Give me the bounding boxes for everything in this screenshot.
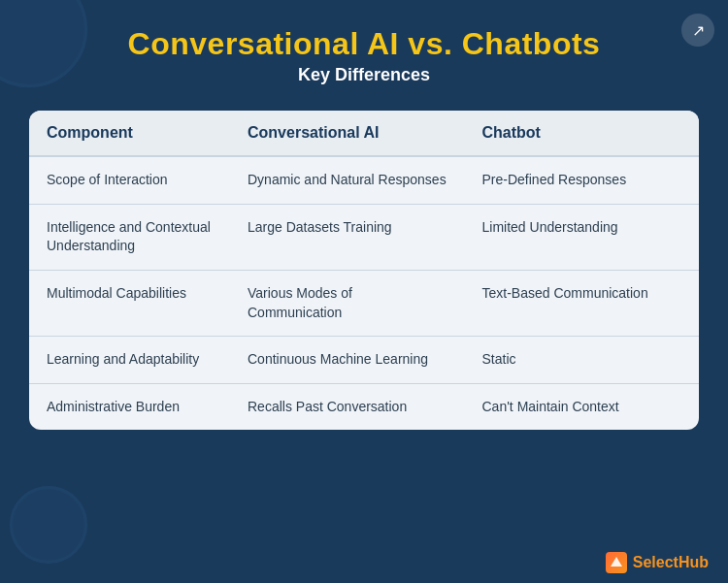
table-row: Multimodal CapabilitiesVarious Modes of … bbox=[29, 270, 699, 336]
table-row: Scope of InteractionDynamic and Natural … bbox=[29, 156, 699, 204]
col-header-ai: Conversational AI bbox=[230, 111, 465, 156]
col-header-chatbot: Chatbot bbox=[465, 111, 700, 156]
cell-chatbot-3: Static bbox=[465, 337, 700, 384]
table-row: Learning and AdaptabilityContinuous Mach… bbox=[29, 337, 699, 384]
cell-chatbot-2: Text-Based Communication bbox=[465, 270, 700, 336]
cell-component-0: Scope of Interaction bbox=[29, 156, 230, 204]
comparison-table: Component Conversational AI Chatbot Scop… bbox=[29, 111, 699, 430]
brand-name: SelectHub bbox=[633, 554, 709, 571]
cell-ai-4: Recalls Past Conversation bbox=[230, 383, 465, 430]
main-title: Conversational AI vs. Chatbots bbox=[19, 27, 709, 61]
header: Conversational AI vs. Chatbots Key Diffe… bbox=[0, 0, 728, 101]
cell-component-1: Intelligence and Contextual Understandin… bbox=[29, 204, 230, 270]
table-header-row: Component Conversational AI Chatbot bbox=[29, 111, 699, 156]
cell-ai-0: Dynamic and Natural Responses bbox=[230, 156, 465, 204]
share-button[interactable]: ↗ bbox=[681, 14, 714, 47]
table-row: Administrative BurdenRecalls Past Conver… bbox=[29, 383, 699, 430]
brand-name-part1: Select bbox=[633, 554, 678, 570]
sub-title: Key Differences bbox=[19, 65, 709, 85]
col-header-component: Component bbox=[29, 111, 230, 156]
share-icon: ↗ bbox=[692, 21, 705, 40]
cell-component-2: Multimodal Capabilities bbox=[29, 270, 230, 336]
cell-ai-3: Continuous Machine Learning bbox=[230, 337, 465, 384]
brand-icon bbox=[606, 552, 627, 573]
brand-footer: SelectHub bbox=[606, 552, 709, 573]
cell-component-4: Administrative Burden bbox=[29, 383, 230, 430]
cell-ai-1: Large Datasets Training bbox=[230, 204, 465, 270]
cell-chatbot-1: Limited Understanding bbox=[465, 204, 700, 270]
table-row: Intelligence and Contextual Understandin… bbox=[29, 204, 699, 270]
cell-chatbot-4: Can't Maintain Context bbox=[465, 383, 700, 430]
brand-name-part2: Hub bbox=[678, 554, 709, 570]
cell-component-3: Learning and Adaptability bbox=[29, 337, 230, 384]
cell-ai-2: Various Modes of Communication bbox=[230, 270, 465, 336]
comparison-table-container: Component Conversational AI Chatbot Scop… bbox=[29, 111, 699, 430]
bg-decoration-bottom-left bbox=[10, 486, 87, 564]
cell-chatbot-0: Pre-Defined Responses bbox=[465, 156, 700, 204]
svg-marker-0 bbox=[611, 557, 622, 567]
